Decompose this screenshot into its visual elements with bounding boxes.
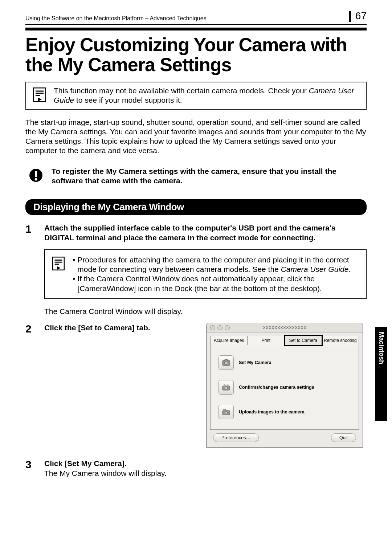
- horizontal-rule: [25, 28, 367, 30]
- svg-point-17: [225, 412, 228, 414]
- note-icon: [32, 86, 47, 102]
- info-callout-text: This function may not be available with …: [54, 86, 360, 105]
- page-number: 67: [349, 11, 367, 22]
- info-callout-2: • Procedures for attaching the camera to…: [44, 249, 367, 299]
- window-body: Set My Camera Confirms/changes camera se…: [210, 345, 359, 430]
- svg-point-13: [225, 362, 228, 365]
- step-2-number: 2: [25, 323, 36, 334]
- side-tab-macintosh: Macintosh: [375, 327, 387, 421]
- bullet-1-c: .: [348, 265, 351, 273]
- svg-point-6: [35, 178, 37, 180]
- note1-part-a: This function may not be available with …: [54, 86, 309, 95]
- step-1-result: The Camera Control Window will display.: [44, 306, 367, 316]
- window-title: XXXXXXXXXXXXXXX: [207, 325, 363, 330]
- item-set-my-camera: Set My Camera: [219, 350, 352, 375]
- svg-point-15: [225, 387, 228, 389]
- item-confirm-settings: Confirms/changes camera settings: [219, 375, 352, 400]
- window-titlebar: XXXXXXXXXXXXXXX: [207, 323, 363, 333]
- confirm-settings-label: Confirms/changes camera settings: [239, 385, 314, 390]
- svg-rect-12: [225, 359, 228, 361]
- window-tabs: Acquire Images Print Set to Camera Remot…: [210, 336, 359, 345]
- note-icon: [51, 255, 66, 270]
- step-1: 1 Attach the supplied interface cable to…: [25, 223, 367, 243]
- info-callout-1: This function may not be available with …: [25, 82, 367, 110]
- tab-print[interactable]: Print: [248, 336, 285, 345]
- warning-icon: [28, 167, 44, 183]
- bullet-2-text: If the Camera Control Window does not au…: [77, 274, 360, 293]
- warning-row: To register the My Camera settings with …: [25, 164, 367, 189]
- bullet-1: • Procedures for attaching the camera to…: [73, 255, 360, 274]
- intro-paragraph: The start-up image, start-up sound, shut…: [25, 118, 367, 156]
- item-upload-images: Uploads images to the camera: [219, 400, 352, 424]
- preferences-button[interactable]: Preferences…: [213, 433, 259, 442]
- tab-set-to-camera[interactable]: Set to Camera: [285, 336, 322, 345]
- upload-images-button[interactable]: [219, 405, 234, 419]
- page-header: Using the Software on the Macintosh Plat…: [25, 11, 367, 25]
- tab-acquire-images[interactable]: Acquire Images: [210, 336, 248, 345]
- confirm-settings-button[interactable]: [219, 380, 234, 395]
- step-2: 2 Click the [Set to Camera] tab.: [25, 323, 197, 334]
- breadcrumb: Using the Software on the Macintosh Plat…: [25, 15, 207, 22]
- step-3-number: 3: [25, 458, 36, 470]
- step-2-text: Click the [Set to Camera] tab.: [44, 323, 197, 332]
- page-title: Enjoy Customizing Your Camera with the M…: [25, 35, 367, 74]
- info-callout-2-list: • Procedures for attaching the camera to…: [73, 255, 360, 293]
- set-my-camera-button[interactable]: [219, 355, 234, 370]
- step-3: 3 Click [Set My Camera]. The My Camera w…: [25, 458, 367, 478]
- step-3-bold: Click [Set My Camera].: [44, 459, 126, 468]
- step-3-result: The My Camera window will display.: [44, 469, 167, 477]
- bullet-2: • If the Camera Control Window does not …: [73, 274, 360, 293]
- section-heading: Displaying the My Camera Window: [25, 199, 367, 215]
- window-footer: Preferences… Quit: [207, 430, 363, 447]
- step-1-text: Attach the supplied interface cable to t…: [44, 223, 367, 243]
- upload-images-label: Uploads images to the camera: [239, 409, 305, 415]
- warning-text: To register the My Camera settings with …: [52, 167, 364, 186]
- svg-rect-5: [35, 171, 37, 177]
- bullet-1-guide-ref: Camera User Guide: [281, 265, 349, 273]
- set-my-camera-label: Set My Camera: [239, 360, 271, 365]
- step-3-body: Click [Set My Camera]. The My Camera win…: [44, 458, 367, 478]
- camera-control-window: XXXXXXXXXXXXXXX Acquire Images Print Set…: [206, 323, 363, 448]
- step-1-number: 1: [25, 223, 36, 234]
- quit-button[interactable]: Quit: [331, 433, 356, 442]
- note1-part-c: to see if your model supports it.: [74, 96, 182, 104]
- tab-remote-shooting[interactable]: Remote shooting: [322, 336, 359, 345]
